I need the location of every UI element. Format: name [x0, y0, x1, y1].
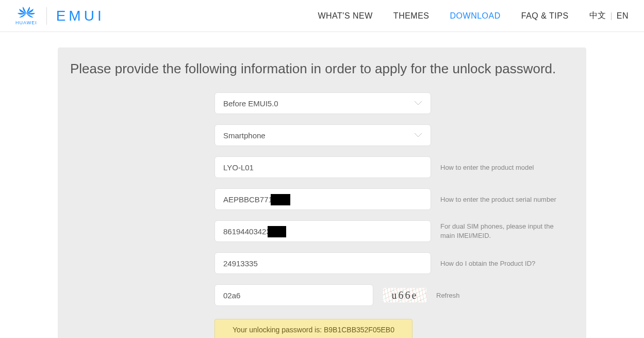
row-device-type: Smartphone	[214, 124, 574, 146]
input-serial-value: AEPBBCB7712	[223, 195, 277, 204]
emui-logo[interactable]: EMUI	[56, 8, 105, 24]
input-product-id-value: 24913335	[223, 259, 258, 268]
chevron-down-icon	[414, 101, 422, 106]
chevron-down-icon	[414, 133, 422, 138]
redaction-block	[271, 194, 290, 205]
row-emui-version: Before EMUI5.0	[214, 92, 574, 114]
huawei-icon	[17, 7, 36, 20]
select-emui-version-value: Before EMUI5.0	[223, 99, 278, 108]
select-device-type-value: Smartphone	[223, 131, 266, 140]
lang-separator: |	[610, 11, 613, 21]
unlock-result: Your unlocking password is: B9B1CBB352F0…	[214, 319, 412, 338]
input-model-value: LYO-L01	[223, 163, 254, 172]
page-title: Please provide the following information…	[70, 61, 574, 77]
hint-product-id[interactable]: How do I obtain the Product ID?	[440, 260, 535, 267]
refresh-captcha-link[interactable]: Refresh	[436, 292, 460, 299]
huawei-label: HUAWEI	[15, 20, 37, 25]
row-result: Your unlocking password is: B9B1CBB352F0…	[214, 316, 574, 338]
language-switcher: 中文 | EN	[589, 10, 629, 21]
input-imei-value: 86194403423	[223, 227, 271, 236]
row-model: LYO-L01 How to enter the product model	[214, 156, 574, 178]
unlock-form: Before EMUI5.0 Smartphone LYO-L01 How to…	[214, 92, 574, 338]
hint-imei: For dual SIM phones, please input the ma…	[440, 222, 569, 240]
nav-download[interactable]: DOWNLOAD	[450, 11, 501, 21]
unlock-result-text: Your unlocking password is: B9B1CBB352F0…	[233, 326, 394, 334]
redaction-block	[268, 226, 286, 237]
row-captcha: 02a6 u66e Refresh	[214, 284, 574, 306]
main-panel: Please provide the following information…	[58, 47, 586, 338]
site-header: HUAWEI EMUI WHAT'S NEW THEMES DOWNLOAD F…	[0, 0, 644, 32]
input-captcha-value: 02a6	[223, 291, 240, 300]
input-captcha[interactable]: 02a6	[214, 284, 373, 306]
hint-model[interactable]: How to enter the product model	[440, 164, 534, 171]
select-emui-version[interactable]: Before EMUI5.0	[214, 92, 431, 114]
captcha-image[interactable]: u66e	[383, 287, 427, 303]
input-imei[interactable]: 86194403423	[214, 220, 431, 242]
nav-themes[interactable]: THEMES	[393, 11, 430, 21]
input-model[interactable]: LYO-L01	[214, 156, 431, 178]
main-nav: WHAT'S NEW THEMES DOWNLOAD FAQ & TIPS 中文…	[318, 10, 629, 21]
logo-group: HUAWEI EMUI	[15, 7, 105, 25]
input-product-id[interactable]: 24913335	[214, 252, 431, 274]
input-serial[interactable]: AEPBBCB7712	[214, 188, 431, 210]
hint-serial[interactable]: How to enter the product serial number	[440, 196, 556, 203]
row-product-id: 24913335 How do I obtain the Product ID?	[214, 252, 574, 274]
nav-whats-new[interactable]: WHAT'S NEW	[318, 11, 372, 21]
huawei-logo[interactable]: HUAWEI	[15, 7, 37, 25]
row-serial: AEPBBCB7712 How to enter the product ser…	[214, 188, 574, 210]
select-device-type[interactable]: Smartphone	[214, 124, 431, 146]
nav-faq[interactable]: FAQ & TIPS	[521, 11, 569, 21]
row-imei: 86194403423 For dual SIM phones, please …	[214, 220, 574, 242]
lang-en[interactable]: EN	[617, 11, 629, 21]
lang-zh[interactable]: 中文	[589, 10, 606, 21]
logo-divider	[46, 7, 47, 25]
